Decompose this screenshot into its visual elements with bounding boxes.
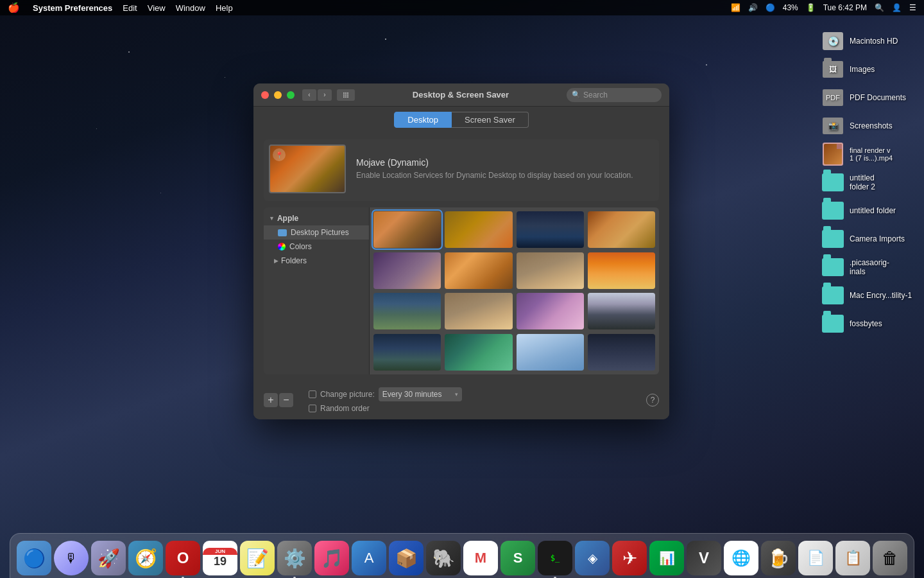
dock-icon-safari[interactable]: 🧭 [128, 541, 163, 575]
dock-icon-virtualbox[interactable]: 📦 [389, 541, 424, 575]
folder-blue-icon [278, 229, 287, 236]
sidebar-item-pdf-documents[interactable]: PDF PDF Documents [821, 86, 918, 109]
user-icon[interactable]: 👤 [892, 3, 902, 12]
dock-icon-vectorize[interactable]: V [687, 541, 721, 575]
altstore-icon: ◈ [588, 550, 597, 566]
tree-group-header[interactable]: ▼ Apple [264, 211, 369, 225]
music-icon: 🎵 [321, 548, 343, 569]
wallpaper-yosemite-valley[interactable] [373, 293, 441, 329]
dock-icon-launchpad[interactable]: 🚀 [91, 541, 126, 575]
dock-icon-altstore[interactable]: ◈ [575, 541, 610, 575]
wallpaper-sierra-2[interactable] [445, 252, 512, 289]
wallpaper-high-sierra[interactable] [588, 211, 655, 248]
wallpaper-sierra-peaks[interactable] [373, 252, 441, 289]
wifi-icon[interactable]: 📶 [731, 3, 740, 12]
wallpaper-lake[interactable] [373, 334, 441, 371]
remove-button[interactable]: − [279, 393, 293, 407]
sidebar-label: Camera Imports [850, 234, 905, 243]
wallpaper-sierra-dark[interactable] [517, 211, 584, 248]
dock-icon-airmail[interactable]: ✈ [612, 541, 647, 575]
wallpaper-yosemite-trees[interactable] [588, 293, 655, 329]
tab-screensaver[interactable]: Screen Saver [452, 112, 529, 128]
help-button[interactable]: ? [646, 394, 659, 407]
tree-item-folders[interactable]: ▶ Folders [264, 254, 369, 268]
add-button[interactable]: + [264, 393, 278, 407]
bottom-panel: ▼ Apple Desktop Pictures Colors ▶ Folder… [264, 207, 659, 374]
tree-item-colors[interactable]: Colors [264, 240, 369, 254]
wallpaper-wave-light[interactable] [517, 334, 584, 371]
sidebar-item-images[interactable]: 🖼 Images [821, 58, 918, 81]
terminal-icon: $_ [551, 554, 560, 563]
volume-icon[interactable]: 🔊 [748, 3, 758, 12]
folder-camera-icon [821, 227, 844, 250]
app-menu-edit[interactable]: Edit [123, 3, 137, 13]
dock-icon-siri[interactable]: 🎙 [54, 541, 89, 575]
datetime-display[interactable]: Tue 6:42 PM [823, 3, 867, 12]
maximize-button[interactable] [287, 91, 295, 99]
app-menu-window[interactable]: Window [176, 3, 205, 13]
sidebar-item-mac-encrypt[interactable]: Mac Encry...tility-1 [821, 284, 918, 307]
app-menu-system-prefs[interactable]: System Preferences [33, 3, 112, 13]
wallpaper-el-capitan-2[interactable] [445, 293, 512, 329]
random-order-label: Random order [320, 404, 370, 413]
tree-item-desktop-pictures[interactable]: Desktop Pictures [264, 225, 369, 240]
app-menu-view[interactable]: View [148, 3, 166, 13]
wallpaper-mojave-2[interactable] [445, 211, 512, 248]
sequel-icon: 🐘 [432, 548, 455, 569]
wallpaper-el-capitan-sunset[interactable] [588, 252, 655, 289]
dock-icon-chrome[interactable]: 🌐 [724, 541, 758, 575]
dock-icon-trash[interactable]: 🗑 [873, 541, 907, 575]
tab-desktop[interactable]: Desktop [394, 112, 452, 128]
notification-icon[interactable]: ☰ [909, 3, 916, 12]
bluetooth-icon[interactable]: 🔵 [766, 3, 775, 12]
doc2-icon: 📋 [844, 550, 862, 566]
sidebar-item-macintosh-hd[interactable]: 💿 Macintosh HD [821, 30, 918, 53]
change-picture-checkbox[interactable] [309, 390, 316, 398]
folder-teal2-icon [821, 199, 844, 222]
dock-icon-activity-monitor[interactable]: 📊 [649, 541, 684, 575]
dock-icon-brewer[interactable]: 🍺 [761, 541, 796, 575]
wallpaper-wave-green[interactable] [445, 334, 512, 371]
dock-icon-sequel[interactable]: 🐘 [426, 541, 461, 575]
siri-icon: 🎙 [65, 551, 78, 566]
random-order-checkbox[interactable] [309, 405, 316, 412]
colors-icon [278, 243, 286, 250]
wallpaper-mojave-dynamic[interactable] [373, 211, 441, 248]
finder-icon: 🔵 [23, 548, 46, 569]
sidebar-item-screenshots[interactable]: 📸 Screenshots [821, 114, 918, 137]
wallpaper-mountain[interactable] [588, 334, 655, 371]
sidebar-item-fossbytes[interactable]: fossbytes [821, 312, 918, 335]
wallpaper-yosemite-purple[interactable] [517, 293, 584, 329]
dock-icon-doc2[interactable]: 📋 [835, 541, 870, 575]
spotlight-icon[interactable]: 🔍 [875, 3, 884, 12]
dock-icon-finder[interactable]: 🔵 [17, 541, 51, 575]
app-menu-help[interactable]: Help [216, 3, 233, 13]
preview-info: Mojave (Dynamic) Enable Location Service… [356, 157, 633, 181]
sidebar-item-untitled-folder[interactable]: untitled folder [821, 199, 918, 222]
forward-button[interactable]: › [318, 89, 332, 101]
dock-icon-sheets[interactable]: S [501, 541, 535, 575]
dock-icon-gmail[interactable]: M [463, 541, 498, 575]
grid-view-button[interactable] [337, 89, 355, 101]
sidebar-item-picasa[interactable]: .picasaorig-inals [821, 256, 918, 279]
dock-icon-opera[interactable]: O [166, 541, 200, 575]
sidebar-item-untitled-folder-2[interactable]: untitledfolder 2 [821, 171, 918, 194]
airmail-icon: ✈ [622, 548, 637, 569]
wallpaper-el-capitan-rock[interactable] [517, 252, 584, 289]
dock-icon-music[interactable]: 🎵 [314, 541, 349, 575]
dock-icon-doc-preview[interactable]: 📄 [798, 541, 833, 575]
search-box[interactable]: 🔍 Search [567, 88, 662, 102]
back-button[interactable]: ‹ [302, 89, 316, 101]
dock-icon-terminal[interactable]: $_ [538, 541, 572, 575]
dock-icon-system-prefs[interactable]: ⚙️ [277, 541, 312, 575]
sidebar-item-camera-imports[interactable]: Camera Imports [821, 227, 918, 250]
close-button[interactable] [261, 91, 269, 99]
dock-icon-appstore[interactable]: A [352, 541, 386, 575]
dock-icon-notes[interactable]: 📝 [240, 541, 275, 575]
minimize-button[interactable] [274, 91, 282, 99]
apple-menu[interactable]: 🍎 [8, 2, 20, 13]
interval-dropdown[interactable]: Every 30 minutes ▾ [379, 387, 462, 401]
random-order-row: Random order [309, 404, 636, 413]
sidebar-item-video[interactable]: final render v1 (7 is...).mp4 [821, 143, 918, 166]
dock-icon-calendar[interactable]: JUN 19 [203, 541, 237, 575]
